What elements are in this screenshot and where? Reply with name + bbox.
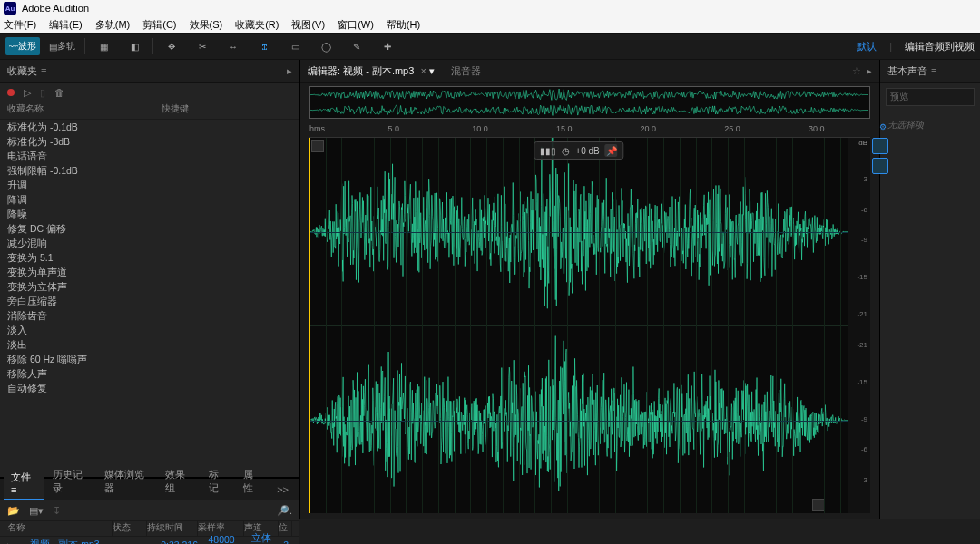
menu-favorites[interactable]: 收藏夹(R) bbox=[235, 18, 279, 32]
tool-slip-icon[interactable]: ↔ bbox=[220, 37, 246, 55]
favorite-item[interactable]: 降噪 bbox=[0, 207, 299, 221]
menu-effects[interactable]: 效果(S) bbox=[190, 18, 223, 32]
files-search-icon[interactable]: 🔎. bbox=[277, 505, 292, 517]
dropdown-icon[interactable]: ▾ bbox=[429, 65, 435, 76]
menu-lines-icon[interactable]: ≡ bbox=[41, 65, 46, 76]
tool-time-select-icon[interactable]: Ɪ bbox=[251, 37, 277, 55]
play-favorite-icon[interactable]: ▷ bbox=[24, 87, 31, 99]
favorite-item[interactable]: 淡入 bbox=[0, 323, 299, 337]
menu-help[interactable]: 帮助(H) bbox=[387, 18, 420, 32]
favorite-item[interactable]: 修复 DC 偏移 bbox=[0, 221, 299, 236]
panel-menu-icon[interactable]: ▸ bbox=[287, 65, 292, 77]
favorite-item[interactable]: 变换为单声道 bbox=[0, 265, 299, 279]
favorites-col-shortcut: 快捷键 bbox=[162, 102, 189, 119]
record-favorite-icon[interactable] bbox=[7, 89, 15, 96]
files-col-name[interactable]: 名称 bbox=[7, 521, 113, 536]
files-col-status[interactable]: 状态 bbox=[113, 521, 147, 536]
hud-bars-icon: ▮▮▯ bbox=[540, 146, 556, 156]
file-bit: 3 bbox=[283, 539, 292, 544]
menu-window[interactable]: 窗口(W) bbox=[338, 18, 374, 32]
import-icon[interactable]: ↧ bbox=[53, 505, 61, 517]
delete-favorite-icon[interactable]: 🗑 bbox=[54, 87, 64, 98]
menu-bar: 文件(F) 编辑(E) 多轨(M) 剪辑(C) 效果(S) 收藏夹(R) 视图(… bbox=[0, 16, 980, 33]
new-file-icon[interactable]: ▤▾ bbox=[29, 505, 44, 517]
menu-clip[interactable]: 剪辑(C) bbox=[142, 18, 176, 32]
files-panel: 文件 ≡ 历史记录 媒体浏览器 效果组 标记 属性 >> 📂 ▤▾ ↧ 🔎. 名… bbox=[0, 478, 299, 544]
waveform-file-icon: ⊶ bbox=[16, 539, 26, 544]
view-multitrack-button[interactable]: ▤ 多轨 bbox=[45, 37, 79, 55]
favorite-item[interactable]: 减少混响 bbox=[0, 236, 299, 250]
file-duration: 0:33.216 bbox=[161, 539, 208, 544]
favorite-item[interactable]: 变换为 5.1 bbox=[0, 250, 299, 265]
menu-view[interactable]: 视图(V) bbox=[291, 18, 325, 32]
ruler-settings-icon[interactable]: ⚙ bbox=[879, 122, 887, 131]
menu-lines-icon[interactable]: ≡ bbox=[931, 65, 936, 76]
preset-search-input[interactable]: 预览 bbox=[886, 88, 975, 106]
mixer-tab[interactable]: 混音器 bbox=[451, 64, 481, 78]
favorites-col-name: 收藏名称 bbox=[7, 102, 162, 119]
file-rate: 48000 Hz bbox=[208, 534, 251, 544]
file-name: 视频 - 副本.mp3 bbox=[30, 539, 129, 544]
favorite-item[interactable]: 标准化为 -0.1dB bbox=[0, 120, 299, 134]
tool-lasso-icon[interactable]: ◯ bbox=[313, 37, 338, 55]
toolbar-divider bbox=[152, 38, 153, 54]
tool-spectral-icon[interactable]: ▦ bbox=[91, 37, 116, 55]
favorite-item[interactable]: 淡出 bbox=[0, 337, 299, 352]
tool-heal-icon[interactable]: ✚ bbox=[375, 37, 400, 55]
view-waveform-button[interactable]: 〰 波形 bbox=[5, 37, 40, 55]
menu-edit[interactable]: 编辑(E) bbox=[49, 18, 83, 32]
favorite-item[interactable]: 降调 bbox=[0, 192, 299, 207]
favorites-list: 标准化为 -0.1dB标准化为 -3dB电话语音强制限幅 -0.1dB升调降调降… bbox=[0, 120, 299, 477]
panel-menu-icon[interactable]: ▸ bbox=[867, 65, 872, 77]
channel-l-button[interactable] bbox=[872, 138, 888, 154]
favorite-item[interactable]: 电话语音 bbox=[0, 149, 299, 163]
hud-pin-icon[interactable]: 📌 bbox=[605, 144, 618, 157]
tab-media-browser[interactable]: 媒体浏览器 bbox=[97, 464, 156, 500]
hud-volume[interactable]: ▮▮▯ ◷ +0 dB 📌 bbox=[534, 141, 623, 160]
close-icon[interactable]: × bbox=[420, 65, 426, 76]
favorite-item[interactable]: 移除人声 bbox=[0, 366, 299, 381]
tab-properties[interactable]: 属性 bbox=[236, 464, 269, 500]
toolbar-divider bbox=[84, 38, 85, 54]
expand-icon[interactable]: ▸ bbox=[7, 539, 13, 544]
menu-multitrack[interactable]: 多轨(M) bbox=[95, 18, 131, 32]
stop-favorite-icon[interactable]: ▯ bbox=[40, 87, 45, 99]
files-col-duration[interactable]: 持续时间 bbox=[147, 521, 198, 536]
open-file-icon[interactable]: 📂 bbox=[7, 505, 20, 517]
star-icon[interactable]: ☆ bbox=[852, 65, 861, 77]
workspace-default[interactable]: 默认 bbox=[857, 40, 877, 53]
tool-razor-icon[interactable]: ✂ bbox=[190, 37, 215, 55]
tab-files[interactable]: 文件 ≡ bbox=[4, 467, 44, 500]
favorites-title: 收藏夹 bbox=[7, 64, 37, 78]
tool-marquee-icon[interactable]: ▭ bbox=[282, 37, 308, 55]
channel-r-button[interactable] bbox=[872, 158, 888, 174]
favorite-item[interactable]: 强制限幅 -0.1dB bbox=[0, 163, 299, 178]
editor-tab[interactable]: 编辑器: 视频 - 副本.mp3 × ▾ bbox=[308, 64, 435, 78]
tool-brush-icon[interactable]: ✎ bbox=[344, 37, 369, 55]
favorite-item[interactable]: 升调 bbox=[0, 178, 299, 192]
tool-pitch-icon[interactable]: ◧ bbox=[122, 37, 147, 55]
tabs-overflow-icon[interactable]: >> bbox=[270, 481, 296, 500]
favorite-item[interactable]: 消除齿音 bbox=[0, 308, 299, 323]
tab-markers[interactable]: 标记 bbox=[201, 464, 234, 500]
hud-db-value: +0 dB bbox=[575, 146, 599, 156]
no-selection-message: 无选择项 bbox=[880, 112, 980, 139]
waveform-editor[interactable]: ▮▮▯ ◷ +0 dB 📌 dB -3 -6 -9 -15 -21 bbox=[309, 138, 870, 513]
favorite-item[interactable]: 旁白压缩器 bbox=[0, 294, 299, 308]
overview-waveform[interactable] bbox=[309, 86, 870, 119]
favorite-item[interactable]: 移除 60 Hz 嗡嗡声 bbox=[0, 352, 299, 366]
favorite-item[interactable]: 变换为立体声 bbox=[0, 279, 299, 294]
workspace-name[interactable]: 编辑音频到视频 bbox=[905, 40, 975, 53]
menu-file[interactable]: 文件(F) bbox=[4, 18, 36, 32]
playhead[interactable] bbox=[309, 138, 310, 513]
favorite-item[interactable]: 自动修复 bbox=[0, 381, 299, 395]
tab-effects-rack[interactable]: 效果组 bbox=[158, 464, 199, 500]
tool-move-icon[interactable]: ✥ bbox=[159, 37, 184, 55]
favorite-item[interactable]: 标准化为 -3dB bbox=[0, 134, 299, 149]
top-toolbar: 〰 波形 ▤ 多轨 ▦ ◧ ✥ ✂ ↔ Ɪ ▭ ◯ ✎ ✚ 默认 | 编辑音频到… bbox=[0, 33, 980, 60]
file-row[interactable]: ▸ ⊶ 视频 - 副本.mp3 0:33.216 48000 Hz 立体声 3 bbox=[0, 537, 299, 544]
file-channels: 立体声 bbox=[251, 532, 283, 544]
time-ruler[interactable]: hms 5.0 10.0 15.0 20.0 25.0 30.0 ⚙ bbox=[309, 122, 870, 138]
favorites-panel: 收藏夹 ≡ ▸ ▷ ▯ 🗑 收藏名称 快捷键 标准化为 -0.1dB标准化为 -… bbox=[0, 60, 299, 478]
tab-history[interactable]: 历史记录 bbox=[45, 464, 95, 500]
